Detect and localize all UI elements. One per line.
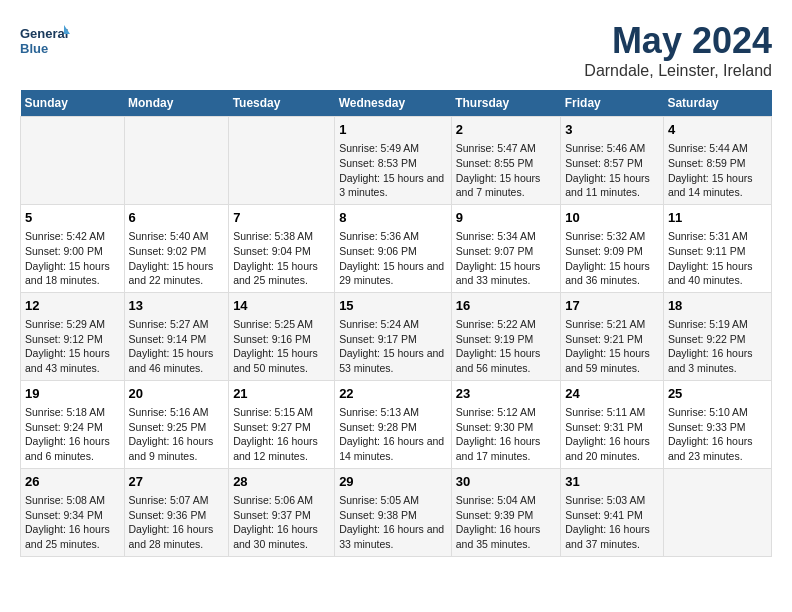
- cell-content: Sunrise: 5:22 AM Sunset: 9:19 PM Dayligh…: [456, 317, 557, 376]
- day-number: 20: [129, 385, 225, 403]
- cell-content: Sunrise: 5:47 AM Sunset: 8:55 PM Dayligh…: [456, 141, 557, 200]
- cell-content: Sunrise: 5:49 AM Sunset: 8:53 PM Dayligh…: [339, 141, 447, 200]
- calendar-cell: 4Sunrise: 5:44 AM Sunset: 8:59 PM Daylig…: [663, 117, 771, 205]
- calendar-cell: 31Sunrise: 5:03 AM Sunset: 9:41 PM Dayli…: [561, 468, 664, 556]
- calendar-cell: 13Sunrise: 5:27 AM Sunset: 9:14 PM Dayli…: [124, 292, 229, 380]
- col-header-saturday: Saturday: [663, 90, 771, 117]
- location-title: Darndale, Leinster, Ireland: [584, 62, 772, 80]
- calendar-cell: 23Sunrise: 5:12 AM Sunset: 9:30 PM Dayli…: [451, 380, 561, 468]
- day-number: 12: [25, 297, 120, 315]
- day-number: 16: [456, 297, 557, 315]
- cell-content: Sunrise: 5:15 AM Sunset: 9:27 PM Dayligh…: [233, 405, 330, 464]
- day-number: 2: [456, 121, 557, 139]
- calendar-table: SundayMondayTuesdayWednesdayThursdayFrid…: [20, 90, 772, 557]
- cell-content: Sunrise: 5:07 AM Sunset: 9:36 PM Dayligh…: [129, 493, 225, 552]
- cell-content: Sunrise: 5:08 AM Sunset: 9:34 PM Dayligh…: [25, 493, 120, 552]
- title-block: May 2024 Darndale, Leinster, Ireland: [584, 20, 772, 80]
- day-number: 7: [233, 209, 330, 227]
- day-number: 29: [339, 473, 447, 491]
- week-row-3: 12Sunrise: 5:29 AM Sunset: 9:12 PM Dayli…: [21, 292, 772, 380]
- day-number: 18: [668, 297, 767, 315]
- week-row-5: 26Sunrise: 5:08 AM Sunset: 9:34 PM Dayli…: [21, 468, 772, 556]
- days-header-row: SundayMondayTuesdayWednesdayThursdayFrid…: [21, 90, 772, 117]
- cell-content: Sunrise: 5:03 AM Sunset: 9:41 PM Dayligh…: [565, 493, 659, 552]
- week-row-2: 5Sunrise: 5:42 AM Sunset: 9:00 PM Daylig…: [21, 204, 772, 292]
- cell-content: Sunrise: 5:06 AM Sunset: 9:37 PM Dayligh…: [233, 493, 330, 552]
- logo: General Blue: [20, 20, 70, 65]
- cell-content: Sunrise: 5:25 AM Sunset: 9:16 PM Dayligh…: [233, 317, 330, 376]
- logo-svg: General Blue: [20, 20, 70, 65]
- calendar-cell: 21Sunrise: 5:15 AM Sunset: 9:27 PM Dayli…: [229, 380, 335, 468]
- svg-text:General: General: [20, 26, 68, 41]
- day-number: 10: [565, 209, 659, 227]
- calendar-cell: 19Sunrise: 5:18 AM Sunset: 9:24 PM Dayli…: [21, 380, 125, 468]
- calendar-cell: 8Sunrise: 5:36 AM Sunset: 9:06 PM Daylig…: [335, 204, 452, 292]
- calendar-cell: 28Sunrise: 5:06 AM Sunset: 9:37 PM Dayli…: [229, 468, 335, 556]
- day-number: 13: [129, 297, 225, 315]
- day-number: 15: [339, 297, 447, 315]
- col-header-friday: Friday: [561, 90, 664, 117]
- calendar-cell: 18Sunrise: 5:19 AM Sunset: 9:22 PM Dayli…: [663, 292, 771, 380]
- calendar-cell: 30Sunrise: 5:04 AM Sunset: 9:39 PM Dayli…: [451, 468, 561, 556]
- cell-content: Sunrise: 5:31 AM Sunset: 9:11 PM Dayligh…: [668, 229, 767, 288]
- cell-content: Sunrise: 5:34 AM Sunset: 9:07 PM Dayligh…: [456, 229, 557, 288]
- col-header-tuesday: Tuesday: [229, 90, 335, 117]
- day-number: 14: [233, 297, 330, 315]
- page-header: General Blue May 2024 Darndale, Leinster…: [20, 20, 772, 80]
- col-header-thursday: Thursday: [451, 90, 561, 117]
- cell-content: Sunrise: 5:36 AM Sunset: 9:06 PM Dayligh…: [339, 229, 447, 288]
- week-row-1: 1Sunrise: 5:49 AM Sunset: 8:53 PM Daylig…: [21, 117, 772, 205]
- cell-content: Sunrise: 5:18 AM Sunset: 9:24 PM Dayligh…: [25, 405, 120, 464]
- cell-content: Sunrise: 5:11 AM Sunset: 9:31 PM Dayligh…: [565, 405, 659, 464]
- day-number: 9: [456, 209, 557, 227]
- calendar-cell: [663, 468, 771, 556]
- cell-content: Sunrise: 5:12 AM Sunset: 9:30 PM Dayligh…: [456, 405, 557, 464]
- calendar-cell: 17Sunrise: 5:21 AM Sunset: 9:21 PM Dayli…: [561, 292, 664, 380]
- calendar-cell: 16Sunrise: 5:22 AM Sunset: 9:19 PM Dayli…: [451, 292, 561, 380]
- cell-content: Sunrise: 5:10 AM Sunset: 9:33 PM Dayligh…: [668, 405, 767, 464]
- calendar-cell: 6Sunrise: 5:40 AM Sunset: 9:02 PM Daylig…: [124, 204, 229, 292]
- calendar-cell: 29Sunrise: 5:05 AM Sunset: 9:38 PM Dayli…: [335, 468, 452, 556]
- calendar-cell: 9Sunrise: 5:34 AM Sunset: 9:07 PM Daylig…: [451, 204, 561, 292]
- calendar-cell: 20Sunrise: 5:16 AM Sunset: 9:25 PM Dayli…: [124, 380, 229, 468]
- cell-content: Sunrise: 5:16 AM Sunset: 9:25 PM Dayligh…: [129, 405, 225, 464]
- day-number: 28: [233, 473, 330, 491]
- day-number: 27: [129, 473, 225, 491]
- cell-content: Sunrise: 5:21 AM Sunset: 9:21 PM Dayligh…: [565, 317, 659, 376]
- calendar-cell: 24Sunrise: 5:11 AM Sunset: 9:31 PM Dayli…: [561, 380, 664, 468]
- cell-content: Sunrise: 5:04 AM Sunset: 9:39 PM Dayligh…: [456, 493, 557, 552]
- cell-content: Sunrise: 5:13 AM Sunset: 9:28 PM Dayligh…: [339, 405, 447, 464]
- day-number: 26: [25, 473, 120, 491]
- calendar-cell: 12Sunrise: 5:29 AM Sunset: 9:12 PM Dayli…: [21, 292, 125, 380]
- day-number: 23: [456, 385, 557, 403]
- calendar-cell: [124, 117, 229, 205]
- day-number: 4: [668, 121, 767, 139]
- svg-text:Blue: Blue: [20, 41, 48, 56]
- calendar-cell: 10Sunrise: 5:32 AM Sunset: 9:09 PM Dayli…: [561, 204, 664, 292]
- calendar-cell: 22Sunrise: 5:13 AM Sunset: 9:28 PM Dayli…: [335, 380, 452, 468]
- cell-content: Sunrise: 5:19 AM Sunset: 9:22 PM Dayligh…: [668, 317, 767, 376]
- day-number: 5: [25, 209, 120, 227]
- cell-content: Sunrise: 5:27 AM Sunset: 9:14 PM Dayligh…: [129, 317, 225, 376]
- day-number: 11: [668, 209, 767, 227]
- calendar-cell: 3Sunrise: 5:46 AM Sunset: 8:57 PM Daylig…: [561, 117, 664, 205]
- day-number: 31: [565, 473, 659, 491]
- week-row-4: 19Sunrise: 5:18 AM Sunset: 9:24 PM Dayli…: [21, 380, 772, 468]
- calendar-cell: 25Sunrise: 5:10 AM Sunset: 9:33 PM Dayli…: [663, 380, 771, 468]
- day-number: 21: [233, 385, 330, 403]
- day-number: 22: [339, 385, 447, 403]
- calendar-cell: 2Sunrise: 5:47 AM Sunset: 8:55 PM Daylig…: [451, 117, 561, 205]
- calendar-cell: 5Sunrise: 5:42 AM Sunset: 9:00 PM Daylig…: [21, 204, 125, 292]
- day-number: 6: [129, 209, 225, 227]
- day-number: 3: [565, 121, 659, 139]
- col-header-sunday: Sunday: [21, 90, 125, 117]
- calendar-cell: 11Sunrise: 5:31 AM Sunset: 9:11 PM Dayli…: [663, 204, 771, 292]
- calendar-cell: 14Sunrise: 5:25 AM Sunset: 9:16 PM Dayli…: [229, 292, 335, 380]
- cell-content: Sunrise: 5:40 AM Sunset: 9:02 PM Dayligh…: [129, 229, 225, 288]
- calendar-cell: [21, 117, 125, 205]
- cell-content: Sunrise: 5:42 AM Sunset: 9:00 PM Dayligh…: [25, 229, 120, 288]
- col-header-monday: Monday: [124, 90, 229, 117]
- calendar-cell: 27Sunrise: 5:07 AM Sunset: 9:36 PM Dayli…: [124, 468, 229, 556]
- cell-content: Sunrise: 5:32 AM Sunset: 9:09 PM Dayligh…: [565, 229, 659, 288]
- day-number: 24: [565, 385, 659, 403]
